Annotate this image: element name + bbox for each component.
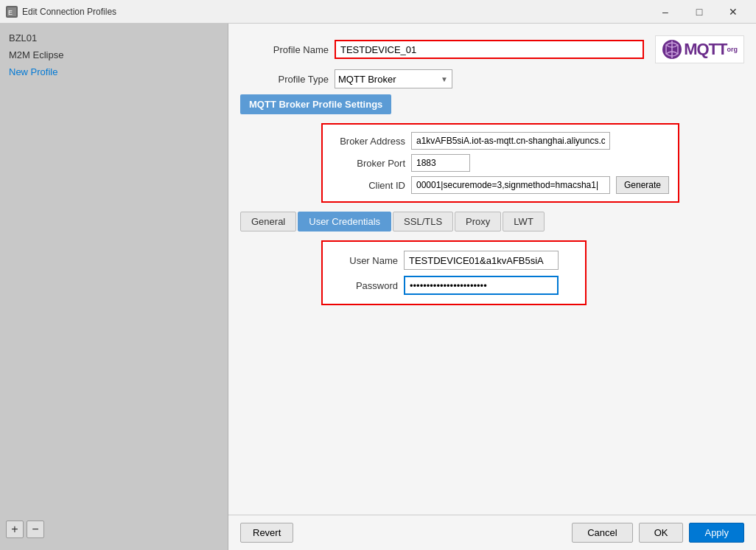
- mqtt-logo: MQTT org: [655, 35, 744, 63]
- credentials-section: User Name Password: [321, 240, 587, 305]
- mqtt-logo-suffix: org: [727, 46, 738, 53]
- sidebar-item-new-profile[interactable]: New Profile: [0, 63, 228, 80]
- close-button[interactable]: ✕: [716, 0, 750, 24]
- profile-type-label: Profile Type: [240, 74, 329, 85]
- minimize-button[interactable]: –: [648, 0, 682, 24]
- password-label: Password: [332, 280, 398, 291]
- bottom-right-buttons: Cancel OK Apply: [572, 523, 744, 543]
- sidebar: BZL01 M2M Eclipse New Profile + −: [0, 24, 228, 550]
- svg-text:E: E: [8, 9, 13, 16]
- broker-section-title: MQTT Broker Profile Settings: [240, 94, 391, 114]
- add-profile-button[interactable]: +: [6, 521, 24, 538]
- sidebar-item-bzl01[interactable]: BZL01: [0, 29, 228, 46]
- revert-button[interactable]: Revert: [240, 523, 293, 543]
- password-input[interactable]: [404, 276, 559, 295]
- tab-user-credentials[interactable]: User Credentials: [298, 212, 391, 232]
- bottom-bar: Revert Cancel OK Apply: [228, 515, 756, 550]
- credentials-panel: User Name Password: [240, 240, 744, 305]
- password-row: Password: [332, 276, 576, 295]
- broker-port-input[interactable]: [411, 154, 470, 172]
- client-id-label: Client ID: [332, 180, 405, 191]
- tab-ssl-tls[interactable]: SSL/TLS: [393, 212, 453, 232]
- profile-name-row: Profile Name MQTT org: [240, 35, 744, 63]
- window-controls: – □ ✕: [648, 0, 750, 24]
- tabs-row: General User Credentials SSL/TLS Proxy L…: [240, 212, 744, 232]
- broker-address-row: Broker Address: [332, 132, 669, 150]
- tab-proxy[interactable]: Proxy: [455, 212, 501, 232]
- app-icon: E: [6, 6, 18, 18]
- profile-type-row: Profile Type MQTT Broker MQTT Virtual Br…: [240, 69, 744, 88]
- client-id-input[interactable]: [411, 176, 610, 194]
- tab-lwt[interactable]: LWT: [503, 212, 544, 232]
- broker-fields-container: Broker Address Broker Port Client ID: [240, 123, 744, 203]
- broker-section: MQTT Broker Profile Settings Broker Addr…: [240, 94, 744, 203]
- maximize-button[interactable]: □: [682, 0, 716, 24]
- main-content: BZL01 M2M Eclipse New Profile + − Profil…: [0, 24, 756, 550]
- broker-port-row: Broker Port: [332, 154, 669, 172]
- profile-name-label: Profile Name: [240, 44, 329, 55]
- cancel-button[interactable]: Cancel: [572, 523, 632, 543]
- profile-name-input[interactable]: [335, 40, 644, 59]
- mqtt-logo-text: MQTT: [684, 40, 727, 59]
- sidebar-item-m2m-eclipse[interactable]: M2M Eclipse: [0, 46, 228, 63]
- username-row: User Name: [332, 251, 576, 270]
- broker-fields: Broker Address Broker Port Client ID: [321, 123, 679, 203]
- right-panel: Profile Name MQTT org: [228, 24, 756, 515]
- tab-general[interactable]: General: [240, 212, 296, 232]
- remove-profile-button[interactable]: −: [27, 521, 44, 538]
- mqtt-logo-box: MQTT org: [655, 35, 744, 63]
- profile-type-select-wrapper: MQTT Broker MQTT Virtual Broker: [335, 69, 452, 88]
- window-title: Edit Connection Profiles: [22, 7, 648, 17]
- broker-address-input[interactable]: [411, 132, 610, 150]
- mqtt-logo-icon: [662, 39, 682, 60]
- apply-button[interactable]: Apply: [689, 523, 744, 543]
- broker-port-label: Broker Port: [332, 158, 405, 169]
- ok-button[interactable]: OK: [639, 523, 684, 543]
- client-id-row: Client ID Generate: [332, 176, 669, 194]
- sidebar-bottom: + −: [0, 515, 228, 544]
- username-label: User Name: [332, 255, 398, 266]
- broker-section-header: MQTT Broker Profile Settings: [240, 94, 744, 123]
- username-input[interactable]: [404, 251, 559, 270]
- profile-type-select[interactable]: MQTT Broker MQTT Virtual Broker: [335, 69, 452, 88]
- broker-address-label: Broker Address: [332, 136, 405, 147]
- title-bar: E Edit Connection Profiles – □ ✕: [0, 0, 756, 24]
- generate-button[interactable]: Generate: [616, 176, 669, 194]
